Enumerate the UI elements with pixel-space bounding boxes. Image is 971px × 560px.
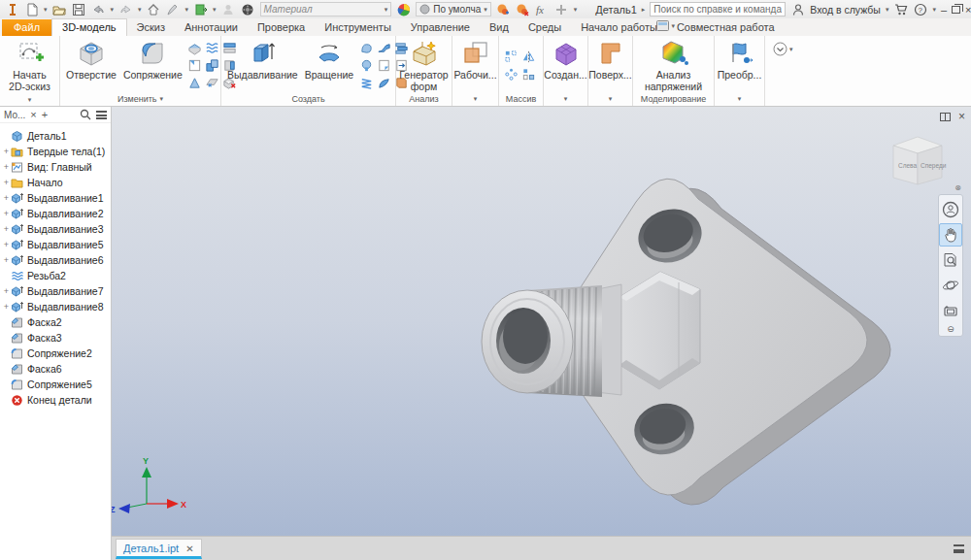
sketch-driven-pattern-icon[interactable] <box>521 66 537 82</box>
combine-icon[interactable] <box>205 57 220 73</box>
ribbon-tab-0[interactable]: Файл <box>2 19 51 36</box>
sign-in-user-icon[interactable] <box>790 2 805 16</box>
thread-icon[interactable] <box>205 40 220 55</box>
appearance-combo[interactable]: По умолча▾ <box>416 2 491 16</box>
rectangular-pattern-icon[interactable] <box>504 49 519 64</box>
app-store-cart-icon[interactable] <box>893 2 908 16</box>
doc-close-icon[interactable]: × <box>958 110 965 123</box>
ribbon-collapse-button[interactable]: ▾ <box>773 42 793 56</box>
tree-expander-icon[interactable]: + <box>2 209 11 218</box>
restore-button[interactable] <box>952 4 960 16</box>
tree-item-4[interactable]: +Выдавливание1 <box>0 190 111 206</box>
tree-expander-icon[interactable]: + <box>2 147 11 156</box>
tree-item-0[interactable]: Деталь1 <box>0 128 111 144</box>
tree-item-9[interactable]: Резьба2 <box>0 268 111 283</box>
tree-item-17[interactable]: Конец детали <box>0 392 111 408</box>
tree-item-5[interactable]: +Выдавливание2 <box>0 206 111 221</box>
export-caret[interactable]: ▾ <box>213 6 217 14</box>
convert-button[interactable]: Преобр... <box>716 38 764 82</box>
shape-generator-button[interactable]: Генератор форм <box>397 38 450 93</box>
tree-expander-icon[interactable]: + <box>2 286 11 296</box>
ribbon-tab-2[interactable]: Эскиз <box>127 19 175 36</box>
tree-item-15[interactable]: Фаска6 <box>0 361 111 377</box>
ribbon-tab-1[interactable]: 3D-модель <box>51 18 126 36</box>
tree-expander-icon[interactable]: + <box>2 255 11 265</box>
quick-access-caret[interactable]: ▾ <box>574 6 578 14</box>
tree-item-13[interactable]: Фаска3 <box>0 330 111 346</box>
update-caret[interactable]: ▾ <box>185 6 189 14</box>
ribbon-tab-5[interactable]: Инструменты <box>315 19 401 36</box>
stress-analysis-button[interactable]: Анализ напряжений <box>643 38 704 93</box>
ribbon-tab-7[interactable]: Вид <box>480 19 519 36</box>
ribbon-tab-10[interactable]: Совместная работа <box>667 19 785 36</box>
redo-icon[interactable] <box>118 2 133 16</box>
tree-expander-icon[interactable]: + <box>2 162 11 172</box>
navbar-more-icon[interactable]: ⊖ <box>947 324 954 334</box>
start-2d-sketch-button[interactable]: Начать 2D-эскиз ▾ <box>4 38 55 105</box>
tree-item-8[interactable]: +Выдавливание6 <box>0 252 111 268</box>
browser-add-icon[interactable]: + <box>42 109 48 120</box>
tree-expander-icon[interactable]: + <box>2 193 11 203</box>
view-cube[interactable]: Слева Спереди <box>886 130 950 194</box>
new-file-caret[interactable]: ▾ <box>44 6 48 14</box>
tree-item-1[interactable]: +Твердые тела(1) <box>0 144 111 159</box>
color-wheel-icon[interactable] <box>396 2 411 16</box>
help-icon[interactable]: ? <box>913 2 927 16</box>
tree-expander-icon[interactable]: + <box>2 240 11 249</box>
derive-icon[interactable] <box>376 57 391 73</box>
clear-appearance-icon[interactable] <box>516 2 530 16</box>
document-tab[interactable]: Деталь1.ipt ✕ <box>116 539 202 559</box>
draft-icon[interactable] <box>187 75 203 90</box>
look-at-tool-icon[interactable] <box>939 299 962 322</box>
pan-tool-icon[interactable] <box>939 223 962 247</box>
navigation-wheel-icon[interactable] <box>939 198 962 221</box>
coil-icon[interactable] <box>358 75 374 90</box>
update-icon[interactable] <box>166 2 181 16</box>
part-model[interactable]: Y X Z <box>112 107 971 536</box>
fillet-button[interactable]: Сопряжение <box>121 38 184 82</box>
delete-face-icon[interactable] <box>205 75 220 90</box>
zoom-tool-icon[interactable] <box>939 248 962 272</box>
undo-icon[interactable] <box>91 2 106 16</box>
open-icon[interactable] <box>52 2 67 16</box>
home-view-icon[interactable] <box>147 2 161 16</box>
boundary-patch-icon[interactable] <box>376 75 391 90</box>
browser-tab-model[interactable]: Мо... <box>4 110 25 120</box>
circular-pattern-icon[interactable] <box>504 66 519 82</box>
ribbon-tab-4[interactable]: Проверка <box>248 19 315 36</box>
tree-expander-icon[interactable]: + <box>2 224 11 234</box>
convert-group-caret[interactable]: ▾ <box>715 92 764 106</box>
ribbon-tab-9[interactable]: Начало работы <box>571 19 667 36</box>
tree-item-2[interactable]: +Вид: Главный <box>0 159 111 175</box>
freeform-group-caret[interactable]: ▾ <box>544 92 587 106</box>
material-combo[interactable]: Материал▾ <box>260 2 392 16</box>
new-file-icon[interactable] <box>24 2 39 16</box>
work-features-group-caret[interactable]: ▾ <box>452 92 498 106</box>
tree-item-14[interactable]: Сопряжение2 <box>0 346 111 361</box>
undo-caret[interactable]: ▾ <box>111 6 115 14</box>
freeform-button[interactable]: Создан... <box>542 38 588 82</box>
tree-item-16[interactable]: Сопряжение5 <box>0 377 111 392</box>
emboss-icon[interactable] <box>358 57 374 73</box>
surface-group-caret[interactable]: ▾ <box>588 92 632 106</box>
add-quick-access-icon[interactable] <box>554 2 569 16</box>
minimize-button[interactable]: – <box>941 4 947 16</box>
work-features-button[interactable]: Рабочи... <box>452 38 498 82</box>
surface-button[interactable]: Поверх... <box>586 38 633 82</box>
close-button[interactable]: × <box>965 4 971 16</box>
shell-icon[interactable] <box>187 40 203 55</box>
split-icon[interactable] <box>187 57 203 73</box>
tree-item-7[interactable]: +Выдавливание5 <box>0 237 111 252</box>
loft-icon[interactable] <box>358 40 374 55</box>
extrude-button[interactable]: Выдавливание <box>225 38 300 82</box>
revolve-button[interactable]: Вращение <box>303 38 356 82</box>
help-caret[interactable]: ▾ <box>932 6 936 14</box>
modify-group-label[interactable]: Изменить▾ <box>60 92 220 106</box>
sweep-icon[interactable] <box>376 40 391 55</box>
render-icon[interactable] <box>241 2 255 16</box>
sign-in-caret[interactable]: ▾ <box>886 6 889 14</box>
export-icon[interactable] <box>193 2 208 16</box>
help-search-input[interactable] <box>650 2 786 16</box>
browser-search-icon[interactable] <box>80 109 91 120</box>
parameters-fx-icon[interactable]: fx <box>535 2 550 16</box>
